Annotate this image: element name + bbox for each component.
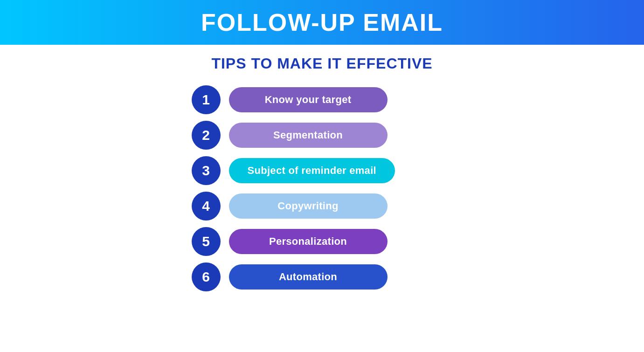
tip-number-2: 2: [192, 121, 221, 150]
tip-label-3: Subject of reminder email: [229, 158, 395, 183]
tip-label-6: Automation: [229, 264, 388, 290]
subtitle: TIPS TO MAKE IT EFFECTIVE: [211, 55, 432, 72]
tip-number-6: 6: [192, 262, 221, 291]
header-banner: FOLLOW-UP EMAIL: [0, 0, 644, 45]
tip-number-1: 1: [192, 85, 221, 114]
header-title: FOLLOW-UP EMAIL: [0, 8, 644, 36]
tip-number-3: 3: [192, 156, 221, 185]
tip-row: 5Personalization: [192, 227, 388, 256]
tip-row: 1Know your target: [192, 85, 388, 114]
tip-row: 3Subject of reminder email: [192, 156, 395, 185]
page-container: FOLLOW-UP EMAIL TIPS TO MAKE IT EFFECTIV…: [0, 0, 644, 352]
tip-label-5: Personalization: [229, 229, 388, 254]
tip-row: 2Segmentation: [192, 121, 388, 150]
tips-list: 1Know your target2Segmentation3Subject o…: [192, 85, 453, 291]
tip-row: 4Copywriting: [192, 192, 388, 221]
tip-number-5: 5: [192, 227, 221, 256]
tip-row: 6Automation: [192, 262, 388, 291]
tip-label-2: Segmentation: [229, 123, 388, 148]
tip-label-4: Copywriting: [229, 193, 388, 219]
tip-label-1: Know your target: [229, 87, 388, 112]
tip-number-4: 4: [192, 192, 221, 221]
